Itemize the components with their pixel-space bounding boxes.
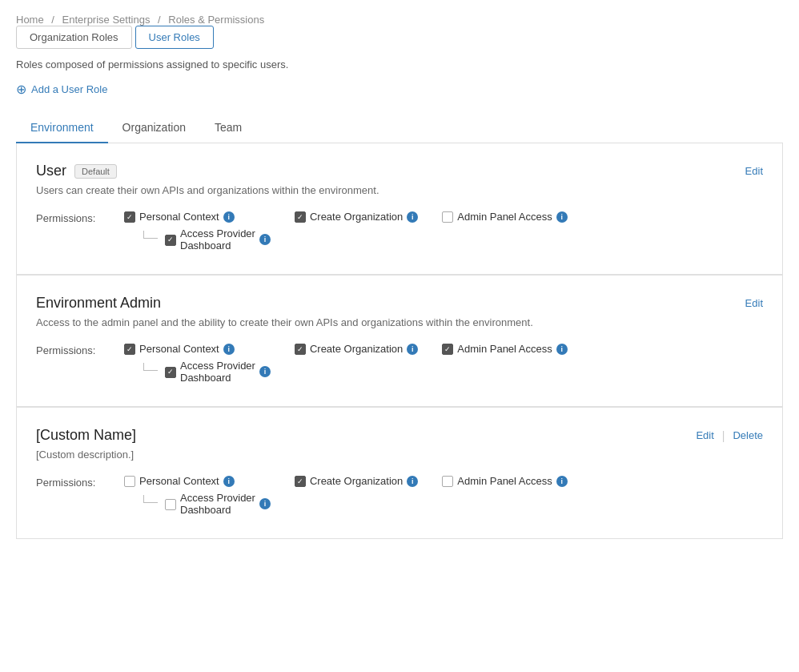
breadcrumb-home[interactable]: Home [16, 14, 44, 26]
cb-custom-create-org[interactable] [295, 476, 306, 487]
role-custom-delete-button[interactable]: Delete [733, 429, 763, 442]
top-tabs: Organization Roles User Roles [16, 26, 783, 49]
info-user-create-org: i [407, 211, 418, 223]
cb-user-create-org[interactable] [295, 211, 306, 223]
tree-connector-1 [143, 363, 158, 371]
info-user-access-provider: i [259, 234, 271, 245]
breadcrumb-sep2: / [158, 14, 161, 26]
info-env-personal-context: i [223, 344, 235, 355]
subtitle: Roles composed of permissions assigned t… [16, 58, 783, 70]
info-custom-personal-context: i [223, 476, 235, 487]
role-custom-permissions: Permissions: Personal Context i Access P… [36, 475, 763, 516]
plus-icon: ⊕ [16, 82, 26, 97]
label-env-create-org: Create Organization [310, 343, 403, 355]
tab-user-roles[interactable]: User Roles [135, 26, 214, 49]
info-user-admin-panel: i [556, 211, 568, 223]
role-user-actions: Edit [745, 165, 763, 177]
cb-user-access-provider[interactable] [165, 235, 176, 246]
label-user-admin-panel: Admin Panel Access [457, 211, 552, 223]
label-env-personal-context: Personal Context [139, 343, 219, 355]
label-user-access-provider: Access ProviderDashboard [180, 227, 255, 251]
permissions-label-0: Permissions: [36, 211, 124, 224]
role-env-admin-desc: Access to the admin panel and the abilit… [36, 316, 763, 328]
role-env-admin: Environment Admin Edit Access to the adm… [16, 275, 783, 407]
label-env-access-provider: Access ProviderDashboard [180, 360, 255, 384]
role-user-name: User [36, 163, 66, 179]
add-role-label: Add a User Role [31, 83, 107, 95]
cb-custom-access-provider[interactable] [165, 499, 176, 510]
tree-connector-0 [143, 231, 158, 239]
cb-user-personal-context[interactable] [124, 211, 135, 223]
tab-organization[interactable]: Organization [108, 113, 200, 143]
cb-env-admin-panel[interactable] [442, 344, 453, 355]
cb-env-personal-context[interactable] [124, 344, 135, 355]
label-custom-personal-context: Personal Context [139, 475, 219, 487]
role-custom: [Custom Name] Edit | Delete [Custom desc… [16, 407, 783, 539]
info-env-admin-panel: i [556, 344, 568, 355]
cb-custom-personal-context[interactable] [124, 476, 135, 487]
tab-org-roles[interactable]: Organization Roles [16, 26, 132, 49]
label-user-personal-context: Personal Context [139, 211, 219, 223]
breadcrumb-sep1: / [51, 14, 54, 26]
role-custom-edit-button[interactable]: Edit [696, 429, 713, 442]
info-user-personal-context: i [223, 211, 235, 223]
role-env-admin-name: Environment Admin [36, 295, 161, 312]
cb-custom-admin-panel[interactable] [442, 476, 453, 487]
permissions-label-2: Permissions: [36, 475, 124, 489]
label-env-admin-panel: Admin Panel Access [457, 343, 552, 355]
breadcrumb-enterprise[interactable]: Enterprise Settings [62, 14, 151, 26]
role-custom-actions: Edit | Delete [696, 429, 763, 442]
role-custom-desc: [Custom description.] [36, 449, 763, 461]
add-role-button[interactable]: ⊕ Add a User Role [16, 82, 107, 97]
cb-user-admin-panel[interactable] [442, 211, 453, 223]
role-user-permissions: Permissions: Personal Context i Access P… [36, 211, 763, 251]
label-user-create-org: Create Organization [310, 211, 403, 223]
tab-environment[interactable]: Environment [16, 113, 108, 143]
permissions-label-1: Permissions: [36, 343, 124, 356]
info-env-access-provider: i [259, 366, 271, 377]
content-tabs: Environment Organization Team [16, 113, 783, 143]
label-custom-admin-panel: Admin Panel Access [457, 475, 552, 487]
tab-team[interactable]: Team [200, 113, 256, 143]
cb-env-create-org[interactable] [295, 344, 306, 355]
info-custom-access-provider: i [259, 498, 271, 509]
role-env-admin-edit-button[interactable]: Edit [745, 297, 763, 309]
tree-connector-2 [143, 495, 158, 503]
role-user-desc: Users can create their own APIs and orga… [36, 184, 763, 196]
action-divider: | [722, 429, 725, 442]
label-custom-access-provider: Access ProviderDashboard [180, 492, 255, 516]
info-env-create-org: i [407, 344, 418, 355]
role-user-edit-button[interactable]: Edit [745, 165, 763, 177]
role-env-admin-actions: Edit [745, 297, 763, 309]
info-custom-admin-panel: i [556, 476, 568, 487]
role-env-admin-permissions: Permissions: Personal Context i Access P… [36, 343, 763, 384]
breadcrumb: Home / Enterprise Settings / Roles & Per… [16, 13, 783, 26]
role-custom-name: [Custom Name] [36, 427, 136, 444]
info-custom-create-org: i [407, 476, 418, 487]
label-custom-create-org: Create Organization [310, 475, 403, 487]
role-user: User Default Edit Users can create their… [16, 143, 783, 275]
role-user-badge: Default [74, 164, 117, 179]
cb-env-access-provider[interactable] [165, 367, 176, 378]
breadcrumb-current: Roles & Permissions [168, 14, 264, 26]
